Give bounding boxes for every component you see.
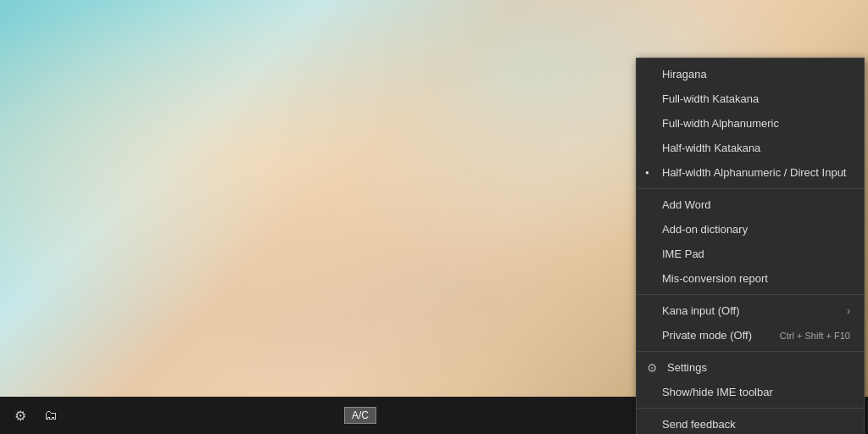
menu-item-label: Private mode (Off): [662, 329, 752, 342]
menu-item-add-on-dictionary[interactable]: Add-on dictionary: [637, 217, 864, 242]
settings-taskbar-icon[interactable]: ⚙: [7, 402, 34, 429]
taskbar-center: A/C: [64, 407, 656, 424]
menu-item-label: Show/hide IME toolbar: [662, 386, 773, 398]
menu-item-mis-conversion-report[interactable]: Mis-conversion report: [637, 266, 864, 291]
menu-item-hiragana[interactable]: Hiragana: [637, 62, 864, 86]
menu-item-full-width-katakana[interactable]: Full-width Katakana: [637, 86, 864, 111]
submenu-arrow-icon: ›: [847, 305, 850, 317]
menu-item-label: Kana input (Off): [662, 304, 740, 317]
folder-taskbar-icon[interactable]: 🗂: [37, 402, 64, 429]
menu-item-label: Full-width Alphanumeric: [662, 117, 779, 130]
taskbar-left: ⚙ 🗂: [7, 402, 64, 429]
menu-item-ime-pad[interactable]: IME Pad: [637, 242, 864, 266]
menu-item-label: Mis-conversion report: [662, 272, 768, 285]
ime-indicator[interactable]: A/C: [344, 407, 376, 424]
menu-item-label: Half-width Katakana: [662, 142, 760, 154]
menu-item-kana-input-off-[interactable]: Kana input (Off)›: [637, 298, 864, 323]
menu-item-half-width-katakana[interactable]: Half-width Katakana: [637, 136, 864, 160]
menu-separator: [637, 294, 864, 295]
menu-item-shortcut: Ctrl + Shift + F10: [780, 331, 850, 341]
menu-item-private-mode-off-[interactable]: Private mode (Off)Ctrl + Shift + F10: [637, 323, 864, 348]
settings-icon: ⚙: [647, 361, 658, 375]
menu-separator: [637, 351, 864, 352]
menu-item-send-feedback[interactable]: Send feedback: [637, 412, 864, 434]
menu-separator: [637, 408, 864, 409]
menu-item-label: Send feedback: [662, 418, 736, 431]
menu-item-label: Hiragana: [662, 68, 707, 81]
menu-item-label: IME Pad: [662, 248, 704, 260]
menu-separator: [637, 188, 864, 189]
desktop: HiraganaFull-width KatakanaFull-width Al…: [0, 0, 868, 434]
menu-item-label: Half-width Alphanumeric / Direct Input: [662, 166, 846, 179]
menu-item-label: Full-width Katakana: [662, 92, 759, 105]
menu-item-label: Settings: [667, 361, 707, 374]
menu-item-show-hide-ime-toolbar[interactable]: Show/hide IME toolbar: [637, 380, 864, 404]
menu-item-settings[interactable]: ⚙Settings: [637, 355, 864, 380]
menu-item-add-word[interactable]: Add Word: [637, 192, 864, 217]
menu-item-label: Add Word: [662, 198, 711, 211]
menu-item-half-width-alphanumeric-direct-input[interactable]: Half-width Alphanumeric / Direct Input: [637, 160, 864, 185]
menu-item-label: Add-on dictionary: [662, 223, 748, 236]
menu-item-full-width-alphanumeric[interactable]: Full-width Alphanumeric: [637, 111, 864, 136]
context-menu: HiraganaFull-width KatakanaFull-width Al…: [636, 58, 865, 434]
